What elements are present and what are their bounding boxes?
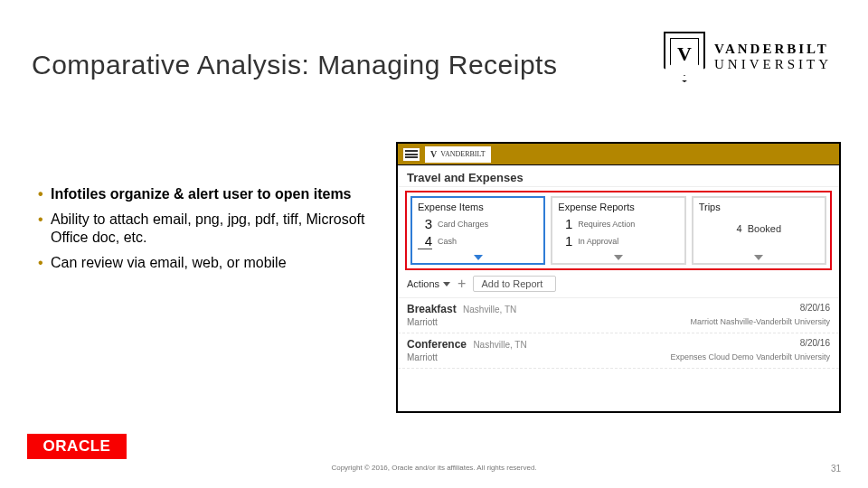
infotile-highlight: Expense Items 3 Card Charges 4 Cash Expe… xyxy=(405,191,832,270)
tile-count: 4 xyxy=(418,233,432,249)
actions-menu[interactable]: Actions xyxy=(407,278,450,289)
tile-row: 1 Requires Action xyxy=(558,216,678,231)
slide: Comparative Analysis: Managing Receipts … xyxy=(0,0,868,488)
tile-expense-items[interactable]: Expense Items 3 Card Charges 4 Cash xyxy=(410,196,545,265)
actions-bar: Actions + Add to Report xyxy=(398,270,839,298)
tile-row: 4 Cash xyxy=(418,233,538,249)
page-number: 31 xyxy=(831,464,841,474)
page-title: Comparative Analysis: Managing Receipts xyxy=(32,50,557,80)
tile-label: Card Charges xyxy=(438,220,488,229)
add-to-report-menu[interactable]: Add to Report xyxy=(473,276,556,292)
chevron-down-icon xyxy=(754,255,763,260)
tile-title: Expense Items xyxy=(418,202,538,212)
tile-title: Trips xyxy=(699,202,819,212)
entry-date: 8/20/16 xyxy=(800,338,830,351)
bullet-item: Can review via email, web, or mobile xyxy=(38,254,382,272)
infotile-row: Expense Items 3 Card Charges 4 Cash Expe… xyxy=(410,196,826,265)
tile-label: Requires Action xyxy=(578,220,635,229)
entry-vendor: Marriott xyxy=(407,352,438,362)
tile-row: 4 Booked xyxy=(737,223,781,234)
copyright-text: Copyright © 2016, Oracle and/or its affi… xyxy=(331,464,536,472)
expense-entry[interactable]: Conference Nashville, TN 8/20/16 Marriot… xyxy=(398,333,839,369)
entry-location: Nashville, TN xyxy=(463,305,516,314)
tile-label: In Approval xyxy=(578,237,618,246)
entry-account: Marriott Nashville-Vanderbilt University xyxy=(691,317,830,327)
tile-row: 3 Card Charges xyxy=(418,216,538,231)
tile-row: 1 In Approval xyxy=(558,233,678,249)
shield-letter: V xyxy=(677,44,692,64)
vanderbilt-logo: V VANDERBILT UNIVERSITY xyxy=(664,32,832,82)
chevron-down-icon xyxy=(474,255,483,260)
bullet-item: Infotiles organize & alert user to open … xyxy=(38,185,382,203)
expense-entry[interactable]: Breakfast Nashville, TN 8/20/16 Marriott… xyxy=(398,298,839,333)
app-screenshot: V VANDERBILT Travel and Expenses Expense… xyxy=(396,142,841,413)
section-title: Travel and Expenses xyxy=(398,165,839,187)
add-to-report-label: Add to Report xyxy=(481,278,542,289)
tile-trips[interactable]: Trips 4 Booked xyxy=(692,196,826,265)
actions-label: Actions xyxy=(407,278,439,289)
entry-account: Expenses Cloud Demo Vanderbilt Universit… xyxy=(671,352,830,362)
bullet-list: Infotiles organize & alert user to open … xyxy=(38,185,382,279)
tile-count: 4 xyxy=(737,223,742,234)
entry-vendor: Marriott xyxy=(407,317,438,327)
tile-label: Cash xyxy=(438,237,457,246)
entry-location: Nashville, TN xyxy=(473,340,526,350)
app-logo: V VANDERBILT xyxy=(425,146,491,163)
tile-count: 1 xyxy=(558,233,572,249)
chevron-down-icon xyxy=(614,255,623,260)
wordmark-bottom: UNIVERSITY xyxy=(714,57,832,72)
entry-name-text: Breakfast xyxy=(407,303,457,315)
add-button[interactable]: + xyxy=(458,277,466,291)
app-titlebar: V VANDERBILT xyxy=(398,144,839,165)
tile-count: 3 xyxy=(418,216,432,231)
tile-title: Expense Reports xyxy=(558,202,678,212)
entry-name: Conference Nashville, TN xyxy=(407,338,527,351)
entry-name-text: Conference xyxy=(407,338,467,351)
hamburger-icon[interactable] xyxy=(403,148,420,161)
mini-shield-icon: V xyxy=(430,149,437,159)
entry-date: 8/20/16 xyxy=(800,303,830,315)
shield-icon: V xyxy=(664,32,705,82)
tile-count: 1 xyxy=(558,216,572,231)
caret-down-icon xyxy=(443,282,450,286)
mini-wordmark: VANDERBILT xyxy=(440,150,485,158)
entry-name: Breakfast Nashville, TN xyxy=(407,303,516,315)
tile-expense-reports[interactable]: Expense Reports 1 Requires Action 1 In A… xyxy=(551,196,685,265)
bullet-item: Ability to attach email, png, jpg, pdf, … xyxy=(38,211,382,247)
oracle-logo: ORACLE xyxy=(27,434,127,459)
tile-label: Booked xyxy=(748,223,781,234)
wordmark-top: VANDERBILT xyxy=(714,42,832,57)
vanderbilt-wordmark: VANDERBILT UNIVERSITY xyxy=(714,42,832,72)
